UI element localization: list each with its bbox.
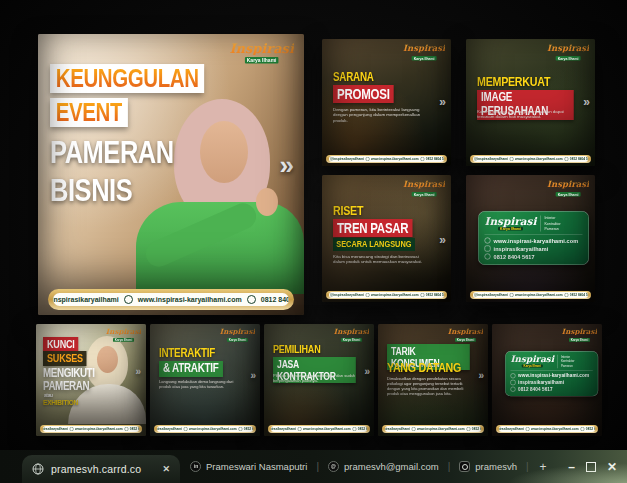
phone-icon <box>467 427 471 431</box>
portfolio-mockup: Inspirasi Karya Ilhami KEUNGGULAN EVENT … <box>0 0 627 483</box>
window-controls: – ✕ <box>568 450 617 483</box>
browser-tab[interactable]: pramesvh.carrd.co ✕ <box>22 455 180 483</box>
footer-instagram: @inspirasikaryailhami <box>43 427 69 431</box>
contact-footer-bar: @inspirasikaryailhamiwww.inspirasi-karya… <box>496 425 598 433</box>
footer-website: www.inspirasi-karyailhami.com <box>75 427 123 431</box>
contact-pill: @inspirasikaryailhami www.inspirasi-kary… <box>53 293 289 306</box>
contact-pill: @inspirasikaryailhamiwww.inspirasi-karya… <box>385 426 482 432</box>
footer-website: www.inspirasi-karyailhami.com <box>531 427 579 431</box>
post-interaktif-atraktif: Inspirasi Karya Ilhami INTERAKTIF & ATRA… <box>150 324 260 436</box>
post-keunggulan-event: Inspirasi Karya Ilhami KEUNGGULAN EVENT … <box>38 34 304 315</box>
footer-instagram: @inspirasikaryailhami <box>474 157 508 161</box>
footer-phone: 0812 8404 5617 <box>426 293 444 297</box>
footer-website: www.inspirasi-karyailhami.com <box>371 157 419 161</box>
contact-pill: @inspirasikaryailhamiwww.inspirasi-karya… <box>157 426 254 432</box>
vignette <box>150 324 260 436</box>
contact-footer-bar: @inspirasikaryailhamiwww.inspirasi-karya… <box>326 155 447 163</box>
globe-icon <box>70 427 74 431</box>
contact-pill: @inspirasikaryailhamiwww.inspirasi-karya… <box>329 156 444 162</box>
post-memperkuat-image: Inspirasi Karya Ilhami MEMPERKUAT IMAGE … <box>466 39 595 166</box>
footer-phone: 0812 8404 5617 <box>426 157 444 161</box>
footer-phone: 0812 8404 5617 <box>570 157 588 161</box>
globe-icon <box>412 427 416 431</box>
footer-phone: 0812 8404 5617 <box>358 427 367 431</box>
phone-icon <box>247 295 256 304</box>
globe-icon <box>124 295 133 304</box>
bottom-taskbar: pramesvh.carrd.co ✕ in Prameswari Nasmap… <box>0 450 627 483</box>
globe-icon <box>298 427 302 431</box>
vignette <box>378 324 488 436</box>
footer-website: www.inspirasi-karyailhami.com <box>417 427 465 431</box>
separator: | <box>316 461 319 472</box>
contact-footer-bar: @inspirasikaryailhamiwww.inspirasi-karya… <box>40 425 142 433</box>
instagram-icon <box>459 461 470 472</box>
footer-website: www.inspirasi-karyailhami.com <box>138 296 242 303</box>
tab-close-button[interactable]: ✕ <box>162 464 170 474</box>
instagram-label: pramesvh <box>475 461 517 472</box>
footer-phone: 0812 8404 5617 <box>130 427 139 431</box>
globe-icon <box>365 293 369 297</box>
contact-footer-bar: @inspirasikaryailhamiwww.inspirasi-karya… <box>470 155 591 163</box>
contact-pill: @inspirasikaryailhamiwww.inspirasi-karya… <box>43 426 140 432</box>
phone-icon <box>564 157 568 161</box>
footer-website: www.inspirasi-karyailhami.com <box>371 293 419 297</box>
phone-icon <box>564 293 568 297</box>
footer-instagram: @inspirasikaryailhami <box>330 293 364 297</box>
post-contact-card: Inspirasi Karya Ilhami Inspirasi Karya I… <box>466 175 595 302</box>
phone-icon <box>353 427 357 431</box>
taskbar-links: in Prameswari Nasmaputri | @ pramesvh@gm… <box>190 450 547 483</box>
contact-footer-bar: @inspirasikaryailhamiwww.inspirasi-karya… <box>470 291 591 299</box>
close-button[interactable]: ✕ <box>607 460 617 474</box>
post-tarik-konsumen: Inspirasi Karya Ilhami TARIK KONSUMEN YA… <box>378 324 488 436</box>
vignette <box>36 324 146 436</box>
contact-pill: @inspirasikaryailhamiwww.inspirasi-karya… <box>329 292 444 298</box>
globe-icon <box>365 157 369 161</box>
contact-footer-bar: @inspirasikaryailhami www.inspirasi-kary… <box>48 289 294 310</box>
footer-instagram: @inspirasikaryailhami <box>330 157 364 161</box>
globe-icon <box>184 427 188 431</box>
linkedin-link[interactable]: in Prameswari Nasmaputri <box>190 461 307 472</box>
footer-website: www.inspirasi-karyailhami.com <box>189 427 237 431</box>
vignette <box>466 175 595 302</box>
linkedin-label: Prameswari Nasmaputri <box>206 461 307 472</box>
vignette <box>38 34 304 315</box>
footer-instagram: @inspirasikaryailhami <box>271 427 297 431</box>
instagram-link[interactable]: pramesvh <box>459 461 517 472</box>
footer-website: www.inspirasi-karyailhami.com <box>515 293 563 297</box>
linkedin-icon: in <box>190 461 201 472</box>
post-riset-tren-pasar: Inspirasi Karya Ilhami RISET TREN PASAR … <box>322 175 451 302</box>
phone-icon <box>125 427 129 431</box>
new-tab-button[interactable]: + <box>540 460 547 474</box>
phone-icon <box>420 157 424 161</box>
globe-icon <box>526 427 530 431</box>
contact-pill: @inspirasikaryailhamiwww.inspirasi-karya… <box>271 426 368 432</box>
footer-instagram: @inspirasikaryailhami <box>474 293 508 297</box>
phone-icon <box>239 427 243 431</box>
contact-pill: @inspirasikaryailhamiwww.inspirasi-karya… <box>473 292 588 298</box>
contact-pill: @inspirasikaryailhamiwww.inspirasi-karya… <box>499 426 596 432</box>
email-link[interactable]: @ pramesvh@gmail.com <box>328 461 439 472</box>
minimize-button[interactable]: – <box>568 460 575 474</box>
footer-phone: 0812 8404 5617 <box>570 293 588 297</box>
vignette <box>322 175 451 302</box>
footer-website: www.inspirasi-karyailhami.com <box>303 427 351 431</box>
footer-instagram: @inspirasikaryailhami <box>53 296 119 303</box>
footer-instagram: @inspirasikaryailhami <box>157 427 183 431</box>
post-sarana-promosi: Inspirasi Karya Ilhami SARANA PROMOSI De… <box>322 39 451 166</box>
separator: | <box>526 461 529 472</box>
vignette <box>264 324 374 436</box>
email-label: pramesvh@gmail.com <box>344 461 439 472</box>
globe-icon <box>509 293 513 297</box>
contact-pill: @inspirasikaryailhamiwww.inspirasi-karya… <box>473 156 588 162</box>
maximize-button[interactable] <box>586 462 596 472</box>
separator: | <box>448 461 451 472</box>
footer-phone: 0812 8404 5617 <box>261 296 289 303</box>
footer-phone: 0812 8404 5617 <box>244 427 253 431</box>
vignette <box>322 39 451 166</box>
phone-icon <box>581 427 585 431</box>
contact-footer-bar: @inspirasikaryailhamiwww.inspirasi-karya… <box>382 425 484 433</box>
contact-footer-bar: @inspirasikaryailhamiwww.inspirasi-karya… <box>326 291 447 299</box>
phone-icon <box>420 293 424 297</box>
vignette <box>492 324 602 436</box>
tab-url: pramesvh.carrd.co <box>51 463 155 475</box>
